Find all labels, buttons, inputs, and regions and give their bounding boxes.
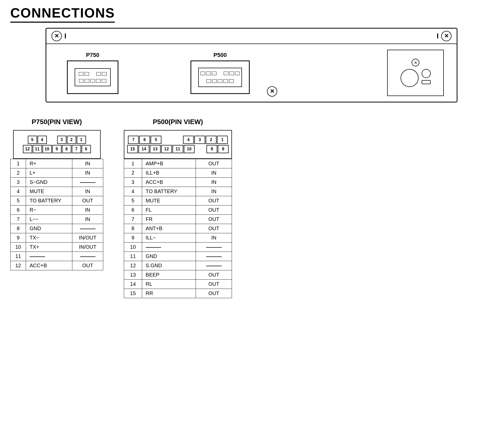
p500-pin-cell: ·· bbox=[212, 79, 217, 83]
pv-cell: 6 bbox=[139, 136, 150, 144]
unit-top-strip: ✕ I I ✕ bbox=[46, 29, 457, 44]
pv-cell: 2 bbox=[206, 136, 216, 144]
signal-direction: IN bbox=[72, 215, 103, 224]
signal-direction bbox=[72, 224, 103, 233]
pv-cell: 3 bbox=[194, 136, 205, 144]
pv-cell: 1 bbox=[217, 136, 228, 144]
p500-pin-cell: ·· bbox=[218, 79, 222, 83]
pv-cell: 9 bbox=[52, 145, 62, 153]
big-circle-1 bbox=[401, 69, 419, 87]
table-row: 3S−GND bbox=[11, 178, 103, 187]
signal-name: TO BATTERY bbox=[26, 196, 72, 205]
signal-direction: OUT bbox=[196, 205, 232, 215]
pv-cell: 11 bbox=[33, 145, 42, 153]
p500-pin-cell: ·· bbox=[229, 79, 234, 83]
right-section: ✕ bbox=[387, 50, 444, 96]
p500-pin-cell: ·· bbox=[212, 72, 216, 75]
p500-pin-view-title: P500(PIN VIEW) bbox=[153, 118, 203, 126]
p500-pin-cell: ·· bbox=[224, 72, 228, 75]
page-title: CONNECTIONS bbox=[10, 5, 115, 23]
table-row: 4TO BATTERYIN bbox=[124, 187, 232, 196]
signal-name: MUTE bbox=[142, 196, 196, 205]
signal-direction: IN bbox=[196, 233, 232, 243]
pin-number: 7 bbox=[124, 215, 142, 224]
pin-number: 10 bbox=[124, 243, 142, 252]
pv-cell: 11 bbox=[172, 145, 183, 153]
table-row: 3ACC+BIN bbox=[124, 178, 232, 187]
p750-pin-cell: -- bbox=[84, 72, 89, 76]
pin-number: 1 bbox=[11, 159, 26, 168]
p750-pin-cell: -- bbox=[90, 79, 95, 83]
p750-pin-view-box: 5 4 3 2 1 12 11 10 9 8 7 6 bbox=[13, 130, 101, 159]
p500-pv-row2: 15 14 13 12 11 10 9 8 bbox=[127, 145, 229, 153]
pv-spacer bbox=[162, 136, 183, 144]
top-left-line: I bbox=[64, 32, 66, 40]
signal-direction: OUT bbox=[196, 215, 232, 224]
signal-name: FR bbox=[142, 215, 196, 224]
signal-name: MUTE bbox=[26, 187, 72, 196]
p500-row1: ·· ·· ·· ·· ·· ·· bbox=[201, 72, 240, 75]
table-row: 9ILL−IN bbox=[124, 233, 232, 243]
p750-row2: -- -- -- -- -- bbox=[79, 79, 106, 83]
signal-name: GND bbox=[26, 224, 72, 233]
signal-name: FL bbox=[142, 205, 196, 215]
p750-row1: -- -- -- -- bbox=[79, 72, 107, 76]
table-row: 12ACC+BOUT bbox=[11, 261, 103, 270]
signal-direction bbox=[72, 252, 103, 261]
table-row: 10TX+IN/OUT bbox=[11, 243, 103, 252]
pv-cell: 5 bbox=[151, 136, 161, 144]
signal-name: TO BATTERY bbox=[142, 187, 196, 196]
pin-number: 1 bbox=[124, 159, 142, 168]
pin-number: 4 bbox=[124, 187, 142, 196]
pv-spacer bbox=[195, 145, 206, 153]
table-row: 6R−IN bbox=[11, 205, 103, 215]
p500-pin-cell: ·· bbox=[206, 79, 211, 83]
pv-cell: 15 bbox=[127, 145, 138, 153]
table-row: 11 bbox=[11, 252, 103, 261]
pv-cell: 10 bbox=[42, 145, 52, 153]
p500-box: ·· ·· ·· ·· ·· ·· ·· ·· ·· ·· ·· bbox=[190, 61, 250, 94]
pv-cell: 10 bbox=[184, 145, 195, 153]
right-components-box: ✕ bbox=[387, 50, 444, 96]
pin-number: 11 bbox=[124, 252, 142, 261]
signal-name: ILL− bbox=[142, 233, 196, 243]
signal-name: R− bbox=[26, 205, 72, 215]
table-row: 7L−−IN bbox=[11, 215, 103, 224]
table-row: 12S.GND bbox=[124, 261, 232, 270]
table-row: 10 bbox=[124, 243, 232, 252]
p500-inner: ·· ·· ·· ·· ·· ·· ·· ·· ·· ·· ·· bbox=[198, 68, 242, 87]
signal-name: S−GND bbox=[26, 178, 72, 187]
signal-direction: OUT bbox=[196, 159, 232, 168]
signal-direction: IN bbox=[72, 168, 103, 178]
pin-number: 13 bbox=[124, 270, 142, 280]
signal-direction: OUT bbox=[196, 280, 232, 289]
pv-cell: 6 bbox=[82, 145, 91, 153]
p500-pin-view-box: 7 6 5 4 3 2 1 15 14 13 12 11 10 9 8 bbox=[124, 130, 232, 159]
signal-name: TX− bbox=[26, 233, 72, 243]
x-circle-right: ✕ bbox=[441, 31, 452, 41]
p750-inner: -- -- -- -- -- -- -- -- -- bbox=[75, 68, 111, 86]
pin-number: 2 bbox=[124, 168, 142, 178]
table-row: 15RROUT bbox=[124, 289, 232, 298]
signal-direction: IN bbox=[72, 159, 103, 168]
p750-pin-cell: -- bbox=[96, 72, 101, 76]
pv-cell: 5 bbox=[28, 136, 37, 144]
pv-cell: 4 bbox=[38, 136, 47, 144]
pin-number: 11 bbox=[11, 252, 26, 261]
signal-direction: IN/OUT bbox=[72, 243, 103, 252]
p500-pv-row1: 7 6 5 4 3 2 1 bbox=[128, 136, 228, 144]
p750-pin-cell: -- bbox=[79, 79, 84, 83]
signal-name: GND bbox=[142, 252, 196, 261]
p750-box: -- -- -- -- -- -- -- -- -- bbox=[67, 61, 118, 94]
table-row: 14RLOUT bbox=[124, 280, 232, 289]
pv-cell: 9 bbox=[206, 145, 217, 153]
signal-direction bbox=[196, 261, 232, 270]
table-row: 6FLOUT bbox=[124, 205, 232, 215]
table-row: 8GND bbox=[11, 224, 103, 233]
pv-cell: 2 bbox=[67, 136, 76, 144]
signal-direction: IN bbox=[196, 178, 232, 187]
tables-section: P750(PIN VIEW) 5 4 3 2 1 12 11 10 9 8 7 … bbox=[10, 118, 493, 298]
pin-number: 9 bbox=[11, 233, 26, 243]
pv-cell: 13 bbox=[150, 145, 161, 153]
table-row: 1AMP+BOUT bbox=[124, 159, 232, 168]
